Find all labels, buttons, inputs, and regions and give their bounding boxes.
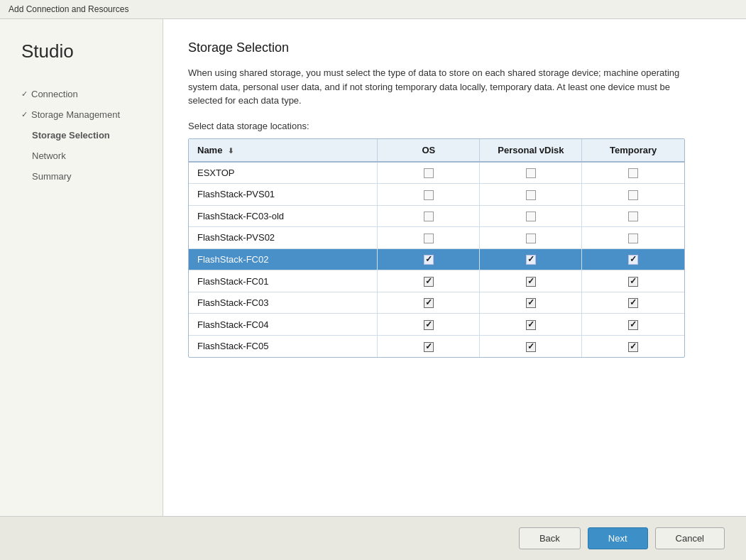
table-row[interactable]: FlashStack-FC01 [189, 270, 684, 292]
cell-pvdisk-0[interactable] [480, 162, 582, 184]
checkbox-temp-4[interactable] [628, 255, 638, 265]
cancel-button[interactable]: Cancel [655, 527, 725, 549]
checkbox-temp-7[interactable] [628, 320, 638, 330]
sidebar-item-summary-label: Summary [32, 171, 72, 182]
cell-name-8: FlashStack-FC05 [189, 336, 378, 357]
sidebar-item-storage-selection[interactable]: Storage Selection [21, 128, 148, 142]
checkbox-pvdisk-0[interactable] [526, 168, 536, 178]
check-icon-connection: ✓ [21, 89, 28, 99]
table-row[interactable]: ESXTOP [189, 162, 684, 184]
cell-pvdisk-4[interactable] [480, 248, 582, 270]
checkbox-temp-6[interactable] [628, 298, 638, 308]
page-title: Storage Selection [188, 40, 721, 55]
cell-os-4[interactable] [378, 248, 480, 270]
cell-temp-4[interactable] [582, 248, 684, 270]
checkbox-temp-3[interactable] [628, 234, 638, 243]
content-area: Storage Selection When using shared stor… [163, 19, 746, 516]
sidebar: Studio ✓ Connection ✓ Storage Management… [0, 19, 163, 516]
cell-temp-6[interactable] [582, 292, 684, 314]
cell-pvdisk-3[interactable] [480, 227, 582, 249]
checkbox-os-5[interactable] [424, 277, 434, 287]
checkbox-temp-8[interactable] [628, 342, 638, 352]
cell-temp-1[interactable] [582, 184, 684, 206]
back-button[interactable]: Back [519, 527, 581, 549]
sidebar-item-storage-management[interactable]: ✓ Storage Management [21, 108, 148, 121]
select-label: Select data storage locations: [188, 121, 721, 131]
checkbox-pvdisk-1[interactable] [526, 190, 536, 200]
cell-pvdisk-8[interactable] [480, 336, 582, 357]
table-row[interactable]: FlashStack-FC03 [189, 292, 684, 314]
col-header-os[interactable]: OS [378, 139, 480, 162]
checkbox-os-7[interactable] [424, 320, 434, 330]
sidebar-item-connection[interactable]: ✓ Connection [21, 87, 148, 101]
checkbox-pvdisk-8[interactable] [526, 342, 536, 352]
checkbox-os-4[interactable] [424, 255, 434, 265]
table-header-row: Name ⬇ OS Personal vDisk Temporary [189, 139, 684, 162]
checkbox-os-8[interactable] [424, 342, 434, 352]
cell-temp-8[interactable] [582, 336, 684, 357]
sidebar-item-storage-management-label: Storage Management [31, 109, 120, 120]
checkbox-os-2[interactable] [424, 212, 434, 221]
sidebar-item-summary[interactable]: Summary [21, 170, 148, 183]
checkbox-temp-0[interactable] [628, 168, 638, 178]
check-icon-storage-management: ✓ [21, 110, 28, 119]
table-row[interactable]: FlashStack-FC02 [189, 248, 684, 270]
cell-os-8[interactable] [378, 336, 480, 357]
table-row[interactable]: FlashStack-PVS01 [189, 184, 684, 206]
storage-table-container: Name ⬇ OS Personal vDisk Temporary ESXTO… [188, 138, 685, 358]
table-row[interactable]: FlashStack-FC05 [189, 336, 684, 357]
checkbox-os-6[interactable] [424, 298, 434, 308]
title-bar-label: Add Connection and Resources [9, 4, 128, 14]
table-row[interactable]: FlashStack-PVS02 [189, 227, 684, 249]
cell-os-2[interactable] [378, 205, 480, 227]
cell-temp-3[interactable] [582, 227, 684, 249]
checkbox-pvdisk-2[interactable] [526, 212, 536, 221]
page-description: When using shared storage, you must sele… [188, 66, 685, 108]
checkbox-pvdisk-3[interactable] [526, 234, 536, 243]
cell-pvdisk-2[interactable] [480, 205, 582, 227]
cell-os-7[interactable] [378, 314, 480, 336]
table-row[interactable]: FlashStack-FC03-old [189, 205, 684, 227]
cell-pvdisk-1[interactable] [480, 184, 582, 206]
cell-name-0: ESXTOP [189, 162, 378, 184]
cell-pvdisk-7[interactable] [480, 314, 582, 336]
cell-name-6: FlashStack-FC03 [189, 292, 378, 314]
cell-os-1[interactable] [378, 184, 480, 206]
bottom-bar: Back Next Cancel [0, 516, 746, 560]
cell-os-0[interactable] [378, 162, 480, 184]
checkbox-temp-5[interactable] [628, 277, 638, 287]
checkbox-pvdisk-4[interactable] [526, 255, 536, 265]
cell-name-7: FlashStack-FC04 [189, 314, 378, 336]
cell-temp-5[interactable] [582, 270, 684, 292]
cell-temp-0[interactable] [582, 162, 684, 184]
next-button[interactable]: Next [588, 527, 648, 549]
checkbox-pvdisk-5[interactable] [526, 277, 536, 287]
checkbox-os-3[interactable] [424, 234, 434, 243]
sidebar-item-network-label: Network [32, 150, 66, 161]
table-row[interactable]: FlashStack-FC04 [189, 314, 684, 336]
sidebar-item-network[interactable]: Network [21, 149, 148, 163]
title-bar: Add Connection and Resources [0, 0, 746, 19]
checkbox-os-0[interactable] [424, 168, 434, 178]
cell-pvdisk-6[interactable] [480, 292, 582, 314]
cell-pvdisk-5[interactable] [480, 270, 582, 292]
col-header-temporary[interactable]: Temporary [582, 139, 684, 162]
col-header-pvdisk[interactable]: Personal vDisk [480, 139, 582, 162]
cell-os-5[interactable] [378, 270, 480, 292]
checkbox-pvdisk-6[interactable] [526, 298, 536, 308]
cell-temp-7[interactable] [582, 314, 684, 336]
cell-os-3[interactable] [378, 227, 480, 249]
checkbox-temp-2[interactable] [628, 212, 638, 221]
col-header-name[interactable]: Name ⬇ [189, 139, 378, 162]
cell-temp-2[interactable] [582, 205, 684, 227]
main-layout: Studio ✓ Connection ✓ Storage Management… [0, 19, 746, 516]
storage-table: Name ⬇ OS Personal vDisk Temporary ESXTO… [189, 139, 684, 357]
cell-os-6[interactable] [378, 292, 480, 314]
checkbox-temp-1[interactable] [628, 190, 638, 200]
cell-name-1: FlashStack-PVS01 [189, 184, 378, 206]
cell-name-2: FlashStack-FC03-old [189, 205, 378, 227]
checkbox-os-1[interactable] [424, 190, 434, 200]
checkbox-pvdisk-7[interactable] [526, 320, 536, 330]
cell-name-4: FlashStack-FC02 [189, 248, 378, 270]
cell-name-5: FlashStack-FC01 [189, 270, 378, 292]
